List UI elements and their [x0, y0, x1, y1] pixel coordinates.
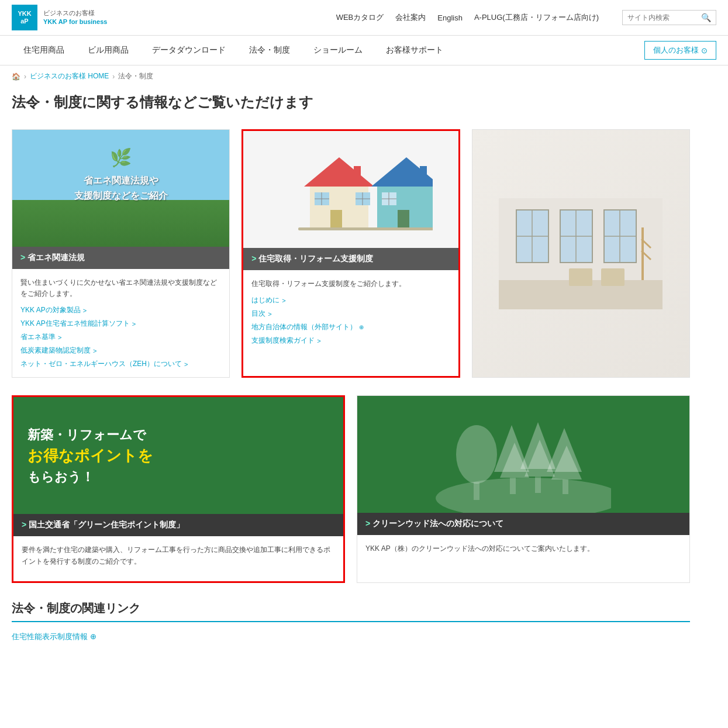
external-link-icon: ⊕ — [90, 632, 96, 641]
nav-building-products[interactable]: ビル用商品 — [76, 36, 140, 65]
card-green-point: 新築・リフォームで お得なポイントを もらおう！ 国土交通省「グリーン住宅ポイン… — [12, 395, 345, 582]
card-energy-body: 賢い住まいづくりに欠かせない省エネ関連法規や支援制度などをご紹介します。 YKK… — [12, 269, 229, 377]
card-cleanwood-image — [357, 396, 689, 513]
related-link-1[interactable]: 住宅性能表示制度情報 ⊕ — [12, 632, 96, 642]
card-fire-image — [472, 130, 689, 377]
svg-marker-0 — [304, 157, 374, 187]
cards-grid-first-row: 🌿 省エネ関連法規や支援制度などをご紹介 省エネ関連法規 賢い住まいづくりに欠か… — [12, 129, 690, 378]
card-green-point-image: 新築・リフォームで お得なポイントを もらおう！ — [13, 397, 343, 514]
card-cleanwood-body: YKK AP（株）のクリーンウッド法への対応についてご案内いたします。 — [357, 535, 689, 568]
energy-link-1[interactable]: YKK APの対象製品 — [20, 305, 221, 315]
card-cleanwood-label[interactable]: クリーンウッド法への対応について — [357, 513, 689, 535]
green-point-text: 新築・リフォームで お得なポイントを もらおう！ — [27, 425, 153, 487]
card-energy: 🌿 省エネ関連法規や支援制度などをご紹介 省エネ関連法規 賢い住まいづくりに欠か… — [12, 129, 230, 378]
card-energy-label[interactable]: 省エネ関連法規 — [12, 247, 229, 269]
breadcrumb-home[interactable]: ビジネスのお客様 HOME — [30, 71, 109, 81]
card-green-point-body: 要件を満たす住宅の建築や購入、リフォーム工事を行った方に商品交換や追加工事に利用… — [13, 536, 343, 581]
search-button[interactable]: 🔍 — [701, 13, 711, 22]
energy-link-5[interactable]: ネット・ゼロ・エネルギーハウス（ZEH）について — [20, 359, 221, 369]
card-cleanwood-desc: YKK AP（株）のクリーンウッド法への対応についてご案内いたします。 — [365, 543, 681, 554]
breadcrumb: 🏠 › ビジネスのお客様 HOME › 法令・制度 — [0, 65, 728, 87]
svg-rect-2 — [330, 210, 342, 227]
house-svg — [269, 134, 433, 245]
wood-svg — [436, 396, 611, 513]
card-housing-image — [243, 131, 458, 248]
nav-web-catalog[interactable]: WEBカタログ — [336, 12, 384, 23]
svg-rect-16 — [420, 166, 427, 182]
nav-company[interactable]: 会社案内 — [395, 12, 426, 23]
cards-grid-second-row: 新築・リフォームで お得なポイントを もらおう！ 国土交通省「グリーン住宅ポイン… — [12, 395, 690, 582]
card-housing: 住宅取得・リフォーム支援制度 住宅取得・リフォーム支援制度をご紹介します。 はじ… — [241, 129, 460, 378]
page-title: 法令・制度に関する情報などご覧いただけます — [12, 93, 690, 112]
nav-english[interactable]: English — [437, 13, 463, 22]
main-nav: 住宅用商品 ビル用商品 データダウンロード 法令・制度 ショールーム お客様サポ… — [0, 36, 728, 65]
circle-arrow-icon: ⊙ — [701, 46, 708, 55]
logo-tagline: ビジネスのお客様 YKK AP for business — [43, 9, 107, 27]
related-section-title: 法令・制度の関連リンク — [12, 601, 690, 622]
card-fire: 防火設備について 火災被害の防止に重要な役割を果たす防火設備や、関連する建築基準… — [472, 129, 690, 378]
personal-customer-button[interactable]: 個人のお客様 ⊙ — [644, 41, 716, 60]
furniture-svg — [499, 198, 663, 309]
energy-image-text: 省エネ関連法規や支援制度などをご紹介 — [68, 167, 174, 209]
nav-showroom[interactable]: ショールーム — [302, 36, 374, 65]
logo-text: YKKaP — [18, 10, 31, 25]
page-content: 法令・制度に関する情報などご覧いただけます 🌿 省エネ関連法規や支援制度などをご… — [0, 87, 702, 665]
header-nav: WEBカタログ 会社案内 English A-PLUG(工務店・リフォーム店向け… — [140, 12, 599, 23]
main-nav-right: 個人のお客様 ⊙ — [644, 41, 716, 60]
related-links: 住宅性能表示制度情報 ⊕ — [12, 632, 690, 642]
housing-link-4[interactable]: 支援制度検索ガイド — [251, 336, 450, 346]
card-green-point-label[interactable]: 国土交通省「グリーン住宅ポイント制度」 — [13, 514, 343, 536]
leaf-icon: 🌿 — [110, 147, 132, 168]
energy-link-4[interactable]: 低炭素建築物認定制度 — [20, 346, 221, 356]
breadcrumb-current: 法令・制度 — [118, 71, 153, 81]
energy-link-2[interactable]: YKK AP住宅省エネ性能計算ソフト — [20, 319, 221, 329]
svg-rect-9 — [354, 166, 361, 181]
search-area: 🔍 — [622, 10, 716, 25]
housing-link-3[interactable]: 地方自治体の情報（外部サイト） — [251, 322, 450, 332]
nav-support[interactable]: お客様サポート — [374, 36, 455, 65]
logo-area: YKKaP ビジネスのお客様 YKK AP for business — [12, 5, 129, 30]
svg-rect-30 — [569, 268, 592, 286]
card-housing-desc: 住宅取得・リフォーム支援制度をご紹介します。 — [251, 278, 450, 289]
svg-point-36 — [456, 425, 497, 484]
housing-link-2[interactable]: 目次 — [251, 309, 450, 319]
card-fire-label[interactable]: 防火設備について — [472, 377, 689, 378]
card-housing-links: はじめに 目次 地方自治体の情報（外部サイト） 支援制度検索ガイド — [251, 295, 450, 346]
search-input[interactable] — [627, 13, 698, 22]
nav-laws[interactable]: 法令・制度 — [237, 36, 302, 65]
svg-rect-12 — [398, 210, 409, 227]
logo-box: YKKaP — [12, 5, 37, 30]
nav-aplug[interactable]: A-PLUG(工務店・リフォーム店向け) — [474, 12, 599, 23]
card-cleanwood: クリーンウッド法への対応について YKK AP（株）のクリーンウッド法への対応に… — [357, 395, 690, 582]
svg-rect-17 — [298, 227, 433, 230]
card-housing-label[interactable]: 住宅取得・リフォーム支援制度 — [243, 248, 458, 270]
card-energy-desc: 賢い住まいづくりに欠かせない省エネ関連法規や支援制度などをご紹介します。 — [20, 277, 221, 299]
svg-rect-31 — [601, 268, 625, 286]
card-energy-links: YKK APの対象製品 YKK AP住宅省エネ性能計算ソフト 省エネ基準 低炭素… — [20, 305, 221, 369]
header-top: YKKaP ビジネスのお客様 YKK AP for business WEBカタ… — [0, 0, 728, 36]
card-green-point-desc: 要件を満たす住宅の建築や購入、リフォーム工事を行った方に商品交換や追加工事に利用… — [22, 544, 335, 567]
card-housing-body: 住宅取得・リフォーム支援制度をご紹介します。 はじめに 目次 地方自治体の情報（… — [243, 270, 458, 354]
home-icon: 🏠 — [12, 73, 20, 81]
energy-link-3[interactable]: 省エネ基準 — [20, 332, 221, 342]
card-energy-image: 🌿 省エネ関連法規や支援制度などをご紹介 — [12, 130, 229, 247]
nav-housing-products[interactable]: 住宅用商品 — [12, 36, 76, 65]
nav-data-download[interactable]: データダウンロード — [140, 36, 237, 65]
housing-link-1[interactable]: はじめに — [251, 295, 450, 305]
